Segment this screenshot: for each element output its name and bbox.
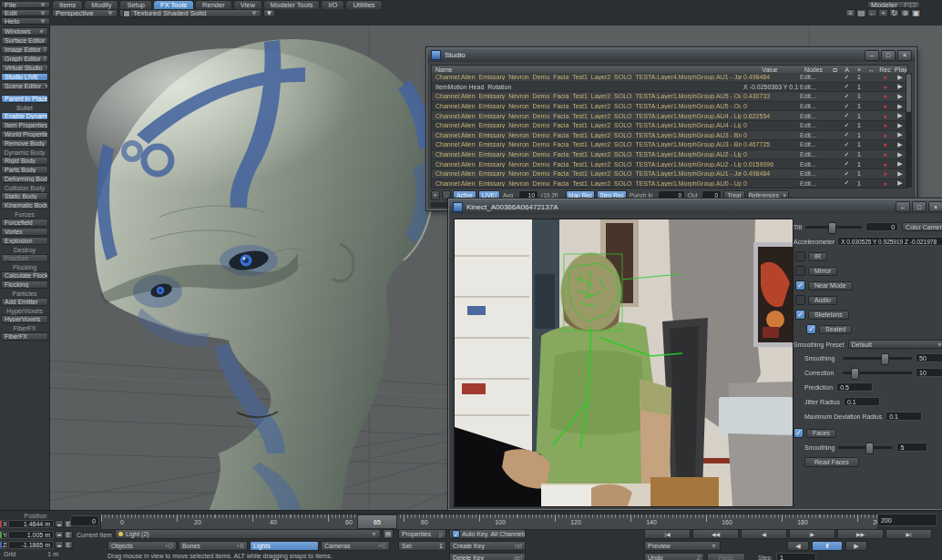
envelope-button[interactable]: E — [64, 541, 73, 549]
tab-utilities[interactable]: Utilities — [345, 0, 382, 9]
start-frame-field[interactable]: 0 — [70, 515, 99, 526]
edit-nodes-button[interactable]: Edit... — [798, 141, 829, 148]
sidebar-item-remove-body[interactable]: Remove Body — [1, 139, 48, 148]
undo-button[interactable]: Undo Z — [644, 553, 704, 560]
record-toggle[interactable]: ● — [877, 74, 893, 80]
delete-key-button[interactable]: Delete Key del — [449, 553, 526, 560]
close-button[interactable]: × — [928, 201, 942, 212]
studio-table-vscrollbar[interactable] — [906, 73, 912, 188]
sidebar-item-rigid-body[interactable]: Rigid Body — [1, 157, 48, 165]
record-toggle[interactable]: ● — [877, 122, 893, 128]
close-button[interactable]: × — [897, 50, 912, 61]
link-icon[interactable]: ↔ — [865, 66, 877, 73]
edit-nodes-button[interactable]: Edit... — [798, 113, 829, 119]
layout-icon[interactable]: ▤ — [856, 9, 866, 17]
active-checkbox[interactable]: ✓ — [841, 141, 853, 148]
sidebar-item-static-body[interactable]: Static Body — [1, 192, 48, 200]
sidebar-item-parent-in-place[interactable]: Parent in Place — [1, 95, 48, 103]
sidebar-menu-windows[interactable]: Windows▼ — [1, 27, 48, 36]
edit-nodes-button[interactable]: Edit... — [798, 180, 829, 187]
active-checkbox[interactable]: ✓ — [841, 151, 853, 158]
correction-slider[interactable] — [843, 372, 912, 374]
timeline-ruler[interactable]: 020406080100120140160180200 65 — [100, 514, 878, 530]
table-row[interactable]: Channel:Alien_Emissary_Nevron_Demo_Facia… — [432, 73, 907, 83]
sidebar-item-parts-body[interactable]: Parts Body — [1, 166, 48, 174]
table-row[interactable]: Channel:Alien_Emissary_Nevron_Demo_Facia… — [432, 131, 907, 141]
tab-setup[interactable]: Setup — [119, 0, 152, 9]
go-end-button[interactable]: ▶| — [886, 529, 932, 539]
sidebar-item-surface-editor[interactable]: Surface EditorF5 — [1, 36, 48, 45]
table-row[interactable]: ItemMotion Head_RotationX -0.0250363 Y 0… — [432, 83, 907, 93]
studio-titlebar[interactable]: Studio – □ × — [427, 48, 916, 62]
sidebar-item-graph-editor[interactable]: Graph EditorF2 — [1, 55, 48, 63]
table-row[interactable]: Channel:Alien_Emissary_Nevron_Demo_Facia… — [432, 140, 907, 150]
tab-modify[interactable]: Modify — [84, 0, 118, 9]
faces-checkbox[interactable]: ✓ — [794, 428, 804, 438]
play-reverse-button[interactable]: ◀ — [787, 541, 809, 551]
edit-nodes-button[interactable]: Edit... — [798, 93, 829, 99]
kinect-titlebar[interactable]: Kinect_A00366A06472137A – □ × — [449, 199, 942, 214]
jitter-radius-field[interactable]: 0.1 — [844, 397, 880, 406]
active-checkbox[interactable]: ✓ — [841, 131, 853, 138]
go-start-button[interactable]: |◀ — [644, 529, 691, 539]
faces-smoothing-slider[interactable] — [838, 446, 893, 449]
sidebar-item-deforming-body[interactable]: Deforming Body — [1, 175, 48, 183]
sidebar-item-virtual-studio[interactable]: Virtual Studio▼ — [1, 64, 48, 72]
menu-icon[interactable]: ≡ — [845, 9, 855, 17]
table-row[interactable]: Channel:Alien_Emissary_Nevron_Demo_Facia… — [432, 111, 907, 121]
active-checkbox[interactable]: ✓ — [841, 179, 853, 187]
help-menu[interactable]: Help ▼ — [1, 17, 50, 25]
edit-nodes-button[interactable]: Edit... — [798, 84, 829, 90]
tilt-value-field[interactable]: 0 — [865, 222, 898, 231]
active-checkbox[interactable]: ✓ — [841, 103, 853, 110]
record-toggle[interactable]: ● — [877, 161, 893, 168]
modeler-button[interactable]: Modeler F12 — [867, 1, 920, 8]
record-toggle[interactable]: ● — [877, 103, 893, 109]
y-position-value[interactable]: 1.005 m — [8, 531, 54, 539]
cameras-button[interactable]: Cameras+C — [321, 541, 390, 551]
record-toggle[interactable]: ● — [877, 151, 893, 158]
column-header-a[interactable]: A — [841, 66, 853, 73]
table-row[interactable]: Channel:Alien_Emissary_Nevron_Demo_Facia… — [432, 169, 907, 179]
create-key-button[interactable]: Create Key ret — [449, 541, 526, 551]
lock-icon[interactable]: ◘ — [829, 66, 841, 73]
skeletons-checkbox[interactable]: ✓ — [795, 310, 805, 320]
sidebar-item-kinematic-body[interactable]: Kinematic Body — [1, 201, 48, 209]
sidebar-item-scene-editor[interactable]: Scene Editor▼ — [1, 82, 48, 90]
record-toggle[interactable]: ● — [877, 132, 893, 138]
prev-keyframe-button[interactable]: ◀◀ — [692, 529, 739, 539]
sidebar-item-explosion[interactable]: Explosion — [1, 237, 48, 245]
fit-icon[interactable]: ▣ — [911, 9, 921, 17]
sidebar-item-fiberfx[interactable]: FiberFX — [1, 332, 48, 341]
correction-value[interactable]: 10 — [916, 368, 942, 377]
tab-view[interactable]: View — [233, 0, 262, 9]
active-checkbox[interactable]: ✓ — [841, 122, 853, 129]
tab-render[interactable]: Render — [195, 0, 232, 9]
current-item-dropdown[interactable]: Light (2) ▼ — [115, 529, 381, 539]
smoothing-slider[interactable] — [843, 357, 912, 360]
sidebar-item-fracture[interactable]: Fracture — [1, 254, 48, 262]
table-row[interactable]: Channel:Alien_Emissary_Nevron_Demo_Facia… — [432, 102, 907, 112]
maximum-deviation-radius-field[interactable]: 0.1 — [886, 412, 922, 421]
ir-checkbox[interactable] — [795, 251, 805, 261]
auto-key-checkbox[interactable]: ✓ — [452, 530, 460, 538]
near-mode-checkbox[interactable]: ✓ — [795, 280, 805, 290]
sidebar-item-studio-live[interactable]: Studio LIVE — [1, 73, 48, 81]
lights-button[interactable]: Lights+L — [250, 541, 319, 551]
audio-checkbox[interactable] — [795, 295, 805, 305]
faces-smoothing-value[interactable]: 5 — [896, 443, 927, 452]
sidebar-item-calculate-flocks[interactable]: Calculate Flocks — [1, 271, 48, 280]
tab-fx-tools[interactable]: FX Tools — [153, 0, 194, 9]
sidebar-item-flocking[interactable]: Flocking — [1, 280, 48, 289]
item-list-button[interactable]: ▤ — [383, 529, 394, 539]
column-header-nodes[interactable]: Nodes — [798, 66, 829, 73]
axis-stepper[interactable]: ◂▸ — [55, 520, 64, 528]
active-checkbox[interactable]: ✓ — [841, 160, 853, 168]
table-row[interactable]: Channel:Alien_Emissary_Nevron_Demo_Facia… — [432, 179, 907, 188]
column-header-name[interactable]: Name — [432, 66, 742, 73]
sidebar-item-add-emitter[interactable]: Add Emitter — [1, 298, 48, 306]
sidebar-item-world-properties[interactable]: World Properties — [1, 130, 48, 138]
table-row[interactable]: Channel:Alien_Emissary_Nevron_Demo_Facia… — [432, 121, 907, 131]
sidebar-item-forcefield[interactable]: Forcefield — [1, 219, 48, 227]
record-toggle[interactable]: ● — [877, 84, 893, 90]
